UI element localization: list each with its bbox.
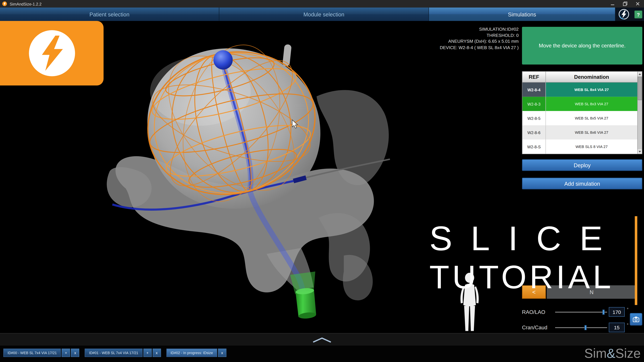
close-simulation-button[interactable]: x [218, 349, 226, 357]
deploy-button[interactable]: Deploy [522, 159, 642, 171]
simulations-bar: ID#00 - WEB SL 7x4 VIA 17/21 + x ID#01 -… [0, 346, 644, 362]
tab-module-selection[interactable]: Module selection [219, 7, 429, 21]
rao-lao-value-field[interactable] [609, 307, 625, 317]
tab-label: Simulations [508, 11, 536, 17]
simulation-tab-id02[interactable]: ID#02 - In progress: IDsize x [166, 349, 226, 357]
cell-denomination: WEB SLS 8 VIA 27 [546, 140, 637, 154]
sim-tab-label[interactable]: ID#00 - WEB SL 7x4 VIA 17/21 [3, 349, 61, 357]
info-device: DEVICE: W2-8-4 ( WEB SL 8x4 VIA 27 ) [440, 44, 518, 50]
corner-logo-icon [618, 8, 630, 20]
bottom-panel-expander[interactable] [0, 333, 644, 346]
scroll-down-icon[interactable] [638, 149, 642, 154]
duplicate-simulation-button[interactable]: + [62, 349, 70, 357]
wordmark-sim: Sim [584, 346, 606, 361]
brand-logo-icon [28, 30, 75, 77]
tab-label: Patient selection [90, 11, 130, 17]
column-header-ref: REF [522, 72, 546, 82]
rao-lao-slider[interactable] [555, 310, 607, 315]
slider-track[interactable] [555, 327, 607, 328]
table-row[interactable]: W2-8-6 WEB SL 8x6 VIA 27 [522, 125, 637, 140]
simulation-tab-id00[interactable]: ID#00 - WEB SL 7x4 VIA 17/21 + x [3, 349, 79, 357]
tabbar-corner: ? [616, 7, 644, 21]
duplicate-simulation-button[interactable]: + [143, 349, 152, 357]
cell-denomination: WEB SL 8x4 VIA 27 [546, 83, 637, 97]
catheter-tip-marker [290, 272, 316, 319]
restore-button[interactable] [619, 0, 632, 7]
cell-ref: W2-8-6 [522, 125, 546, 140]
viewport-area: SIMULATION:ID#02 THRESHOLD: 0 ANEURYSM (… [0, 21, 644, 333]
tutorial-overlay-subtitle: TUTORIAL [429, 261, 614, 293]
tab-simulations[interactable]: Simulations [429, 7, 616, 21]
table-row[interactable]: W2-8-3 WEB SL 8x3 VIA 27 [522, 97, 637, 111]
table-row[interactable]: W2-8-S WEB SLS 8 VIA 27 [522, 140, 637, 154]
sim-tab-label[interactable]: ID#01 - WEB SL 7x4 VIA 17/21 [85, 349, 142, 357]
device-table: REF Denomination W2-8-4 WEB SL 8x4 VIA 2… [522, 71, 642, 154]
cran-caud-label: Cran/Caud [522, 325, 548, 331]
info-aneurysm-size: ANEURYSM (DxH): 6.65 x 5.01 mm [440, 38, 518, 44]
tutorial-overlay-title: SLICE [429, 221, 621, 256]
cran-caud-degree: ° [627, 323, 628, 327]
restore-icon [623, 1, 628, 6]
cell-denomination: WEB SL 8x3 VIA 27 [546, 97, 637, 111]
close-simulation-button[interactable]: x [71, 349, 79, 357]
help-button[interactable]: ? [634, 10, 642, 18]
simulation-tab-id01[interactable]: ID#01 - WEB SL 7x4 VIA 17/21 + x [85, 349, 161, 357]
slider-track[interactable] [555, 312, 607, 313]
info-simulation-id: SIMULATION:ID#02 [440, 26, 518, 32]
minimize-icon [610, 1, 615, 6]
cell-denomination: WEB SL 8x6 VIA 27 [546, 125, 637, 140]
module-tabbar: Patient selection Module selection Simul… [0, 7, 644, 21]
close-icon [635, 1, 640, 6]
tab-patient-selection[interactable]: Patient selection [0, 7, 219, 21]
simulation-info: SIMULATION:ID#02 THRESHOLD: 0 ANEURYSM (… [440, 26, 518, 50]
cell-ref: W2-8-3 [522, 97, 546, 111]
device-table-header: REF Denomination [522, 72, 637, 83]
cell-ref: W2-8-4 [522, 83, 546, 97]
cell-ref: W2-8-S [522, 140, 546, 154]
simsize-wordmark: Sim&Size [584, 346, 641, 361]
cran-caud-value-field[interactable] [609, 323, 625, 332]
camera-icon [632, 316, 640, 323]
wordmark-size: Size [615, 346, 641, 361]
close-button[interactable] [632, 0, 644, 7]
scroll-up-icon[interactable] [638, 72, 642, 76]
rao-lao-label: RAO/LAO [522, 309, 546, 315]
slider-handle[interactable] [584, 325, 587, 330]
sim-tab-label[interactable]: ID#02 - In progress: IDsize [166, 349, 217, 357]
expand-chevron-icon [312, 337, 332, 343]
tutorial-overlay-bar [635, 216, 637, 305]
add-simulation-button[interactable]: Add simulation [522, 178, 642, 189]
instruction-banner: Move the device along the centerline. [522, 27, 642, 64]
tab-label: Module selection [304, 11, 344, 17]
brand-logo-plate [0, 21, 104, 85]
wordmark-amp: & [607, 346, 616, 361]
app-window: SimAndSize-1.2.2 P [0, 0, 644, 362]
screenshot-button[interactable] [630, 313, 642, 326]
close-simulation-button[interactable]: x [152, 349, 161, 357]
table-scrollbar[interactable] [637, 72, 642, 154]
rao-lao-degree: ° [627, 307, 628, 312]
device-proximal-marker [214, 50, 233, 69]
info-threshold: THRESHOLD: 0 [440, 32, 518, 38]
cell-ref: W2-8-5 [522, 111, 546, 125]
cran-caud-slider[interactable] [555, 325, 607, 330]
minimize-button[interactable] [606, 0, 619, 7]
window-titlebar: SimAndSize-1.2.2 [0, 0, 644, 7]
table-row[interactable]: W2-8-4 WEB SL 8x4 VIA 27 [522, 83, 637, 97]
column-header-denomination: Denomination [546, 72, 637, 82]
app-icon [2, 1, 7, 6]
slider-handle[interactable] [602, 310, 605, 315]
window-title: SimAndSize-1.2.2 [10, 1, 606, 6]
scrollbar-thumb[interactable] [638, 77, 642, 100]
table-row[interactable]: W2-8-5 WEB SL 8x5 VIA 27 [522, 111, 637, 125]
cell-denomination: WEB SL 8x5 VIA 27 [546, 111, 637, 125]
